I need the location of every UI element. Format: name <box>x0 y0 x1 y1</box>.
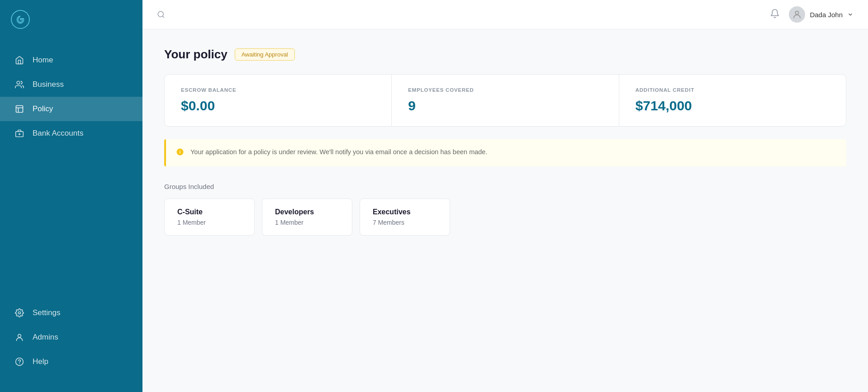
page-header: Your policy Awaiting Approval <box>164 47 846 61</box>
group-members-executives: 7 Members <box>373 219 437 226</box>
groups-section: Groups Included C-Suite 1 Member Develop… <box>164 183 846 236</box>
page-content: Your policy Awaiting Approval ESCROW BAL… <box>142 29 868 392</box>
svg-point-13 <box>796 11 799 14</box>
logo-icon <box>11 10 30 29</box>
sidebar: Home Business Policy <box>0 0 142 392</box>
group-members-developers: 1 Member <box>275 219 339 226</box>
group-members-csuite: 1 Member <box>177 219 242 226</box>
sidebar-item-bank-accounts-label: Bank Accounts <box>33 129 83 138</box>
notification-bell[interactable] <box>770 9 780 20</box>
chevron-down-icon <box>847 11 854 18</box>
groups-label: Groups Included <box>164 183 846 190</box>
svg-rect-1 <box>16 106 23 113</box>
policy-icon <box>14 104 24 114</box>
sidebar-item-settings[interactable]: Settings <box>0 301 142 325</box>
sidebar-item-policy-label: Policy <box>33 104 53 113</box>
sidebar-item-help-label: Help <box>33 357 48 366</box>
home-icon <box>14 55 24 65</box>
group-card-executives[interactable]: Executives 7 Members <box>360 198 450 236</box>
sidebar-item-admins-label: Admins <box>33 333 58 342</box>
svg-line-12 <box>162 16 164 17</box>
sidebar-item-policy[interactable]: Policy <box>0 97 142 121</box>
sidebar-item-home[interactable]: Home <box>0 48 142 72</box>
user-menu[interactable]: Dada John <box>789 6 854 23</box>
svg-point-7 <box>19 312 21 314</box>
status-badge: Awaiting Approval <box>235 48 295 61</box>
stat-value-employees: 9 <box>408 98 602 113</box>
sidebar-item-admins[interactable]: Admins <box>0 325 142 349</box>
sidebar-item-home-label: Home <box>33 56 53 65</box>
stat-label-escrow: ESCROW BALANCE <box>181 87 375 93</box>
bank-icon <box>14 128 24 138</box>
page-title: Your policy <box>164 47 228 61</box>
stat-value-credit: $714,000 <box>636 98 830 113</box>
sidebar-item-settings-label: Settings <box>33 308 60 317</box>
sidebar-item-bank-accounts[interactable]: Bank Accounts <box>0 121 142 146</box>
stat-card-credit: ADDITIONAL CREDIT $714,000 <box>619 75 846 126</box>
help-icon <box>14 357 24 367</box>
svg-point-0 <box>17 81 20 85</box>
alert-banner: i Your application for a policy is under… <box>164 139 846 166</box>
business-icon <box>14 80 24 90</box>
group-name-developers: Developers <box>275 208 339 216</box>
svg-point-8 <box>18 334 21 337</box>
stats-row: ESCROW BALANCE $0.00 EMPLOYEES COVERED 9… <box>164 74 846 127</box>
header: Dada John <box>142 0 868 29</box>
sidebar-item-help[interactable]: Help <box>0 349 142 374</box>
group-card-developers[interactable]: Developers 1 Member <box>262 198 352 236</box>
stat-value-escrow: $0.00 <box>181 98 375 113</box>
search-icon <box>157 10 165 19</box>
sidebar-item-business-label: Business <box>33 80 64 89</box>
group-name-csuite: C-Suite <box>177 208 242 216</box>
alert-text: Your application for a policy is under r… <box>190 147 487 157</box>
alert-icon: i <box>176 148 184 158</box>
stat-card-escrow: ESCROW BALANCE $0.00 <box>165 75 392 126</box>
avatar <box>789 6 805 23</box>
svg-text:i: i <box>180 149 181 154</box>
stat-label-credit: ADDITIONAL CREDIT <box>636 87 830 93</box>
admins-icon <box>14 332 24 342</box>
logo-area <box>0 0 142 39</box>
header-right: Dada John <box>770 6 854 23</box>
stat-label-employees: EMPLOYEES COVERED <box>408 87 602 93</box>
settings-icon <box>14 308 24 318</box>
stat-card-employees: EMPLOYEES COVERED 9 <box>392 75 619 126</box>
search-area[interactable] <box>157 10 165 19</box>
user-name: Dada John <box>810 11 843 19</box>
sidebar-bottom-nav: Settings Admins Help <box>0 301 142 383</box>
groups-row: C-Suite 1 Member Developers 1 Member Exe… <box>164 198 846 236</box>
group-name-executives: Executives <box>373 208 437 216</box>
group-card-csuite[interactable]: C-Suite 1 Member <box>164 198 255 236</box>
sidebar-item-business[interactable]: Business <box>0 72 142 97</box>
main-area: Dada John Your policy Awaiting Approval … <box>142 0 868 392</box>
sidebar-nav: Home Business Policy <box>0 39 142 392</box>
